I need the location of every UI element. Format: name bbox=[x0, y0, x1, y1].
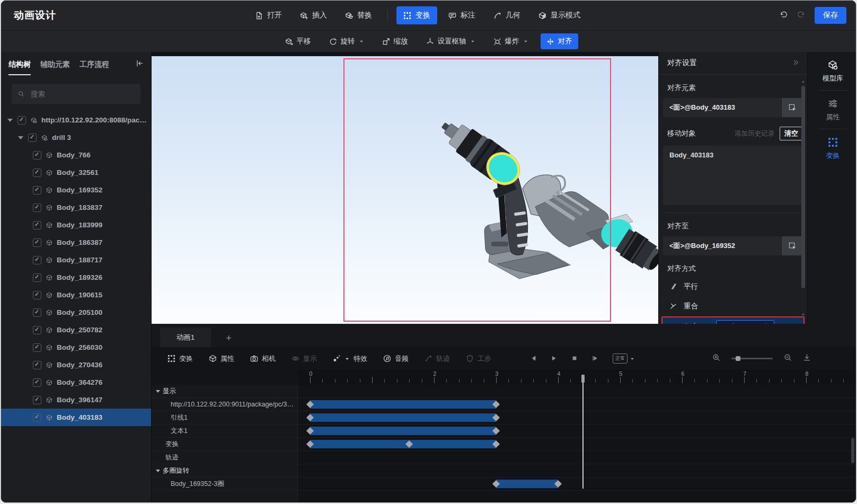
insert-button[interactable]: 插入 bbox=[293, 6, 334, 24]
tree-node[interactable]: Body_169352 bbox=[1, 181, 151, 199]
node-checkbox[interactable] bbox=[33, 378, 41, 387]
rotate-button[interactable]: 旋转 bbox=[323, 33, 370, 49]
node-checkbox[interactable] bbox=[33, 413, 41, 422]
sidebar-tab-process-flow[interactable]: 工序流程 bbox=[79, 54, 109, 75]
track-name[interactable]: 轨迹 bbox=[152, 451, 298, 464]
node-checkbox[interactable] bbox=[33, 291, 41, 299]
expand-caret-icon[interactable] bbox=[18, 136, 23, 139]
panel-scrollbar[interactable]: ▲ ▼ bbox=[801, 79, 806, 316]
rail-transform-button[interactable]: 变换 bbox=[808, 129, 856, 167]
track-name[interactable]: 文本1 bbox=[152, 425, 298, 437]
save-button[interactable]: 保存 bbox=[815, 7, 846, 24]
geometry-button[interactable]: 几何 bbox=[487, 6, 527, 24]
set-pivot-button[interactable]: 设置枢轴 bbox=[420, 33, 481, 49]
viewport-canvas[interactable]: 12V bbox=[152, 56, 658, 324]
group-caret-icon[interactable] bbox=[156, 470, 160, 472]
zoom-out-button[interactable] bbox=[784, 353, 792, 364]
track-lane[interactable] bbox=[298, 438, 856, 450]
align-to-value[interactable]: <面>@Body_169352 bbox=[663, 236, 781, 255]
tree-node[interactable]: Body_766 bbox=[1, 146, 151, 164]
scale-button[interactable]: 缩放 bbox=[376, 33, 414, 49]
tree-node[interactable]: Body_189326 bbox=[1, 269, 151, 286]
explode-button[interactable]: 爆炸 bbox=[488, 33, 534, 49]
timeline-transform-button[interactable]: 变换 bbox=[167, 354, 193, 364]
track-name[interactable]: Body_169352-3圈 bbox=[152, 478, 298, 490]
node-checkbox[interactable] bbox=[33, 273, 41, 282]
track-bar[interactable] bbox=[310, 427, 496, 435]
collapse-panel-button[interactable] bbox=[792, 59, 799, 67]
tree-node[interactable]: Body_403183 bbox=[1, 409, 151, 426]
playhead-handle[interactable] bbox=[581, 375, 585, 383]
tree-node[interactable]: Body_250782 bbox=[1, 321, 151, 339]
node-checkbox[interactable] bbox=[33, 343, 41, 352]
tree-node[interactable]: Body_32561 bbox=[1, 164, 151, 181]
track-bar[interactable] bbox=[310, 413, 496, 422]
pick-target-button[interactable] bbox=[782, 236, 803, 255]
add-animation-button[interactable]: + bbox=[226, 333, 232, 343]
node-checkbox[interactable] bbox=[33, 151, 41, 160]
annotate-button[interactable]: 标注 bbox=[441, 6, 482, 24]
expand-caret-icon[interactable] bbox=[7, 119, 13, 122]
redo-button[interactable] bbox=[797, 11, 805, 21]
tree-node[interactable]: Body_188717 bbox=[1, 251, 151, 269]
track-lane[interactable] bbox=[298, 385, 856, 397]
play-button[interactable] bbox=[551, 354, 557, 364]
playback-speed-button[interactable]: 正常 bbox=[613, 353, 635, 364]
node-checkbox[interactable] bbox=[33, 326, 41, 334]
track-name[interactable]: 多圈旋转 bbox=[152, 464, 298, 477]
add-history-button[interactable]: 添加历史记录 bbox=[735, 129, 774, 138]
export-button[interactable] bbox=[803, 353, 811, 364]
tree-node[interactable]: drill 3 bbox=[1, 129, 151, 146]
tracks-scrollbar-thumb[interactable] bbox=[851, 438, 854, 463]
pan-button[interactable]: 平移 bbox=[279, 33, 317, 49]
search-input[interactable] bbox=[30, 90, 134, 99]
timeline-effects-button[interactable]: 特效 bbox=[333, 354, 367, 364]
align-button[interactable]: 对齐 bbox=[541, 33, 578, 49]
node-checkbox[interactable] bbox=[28, 134, 37, 142]
track-lane[interactable] bbox=[298, 425, 856, 437]
tree-node[interactable]: Body_186387 bbox=[1, 234, 151, 251]
sidebar-tab-structure-tree[interactable]: 结构树 bbox=[8, 54, 31, 75]
tree-node[interactable]: Body_183999 bbox=[1, 216, 151, 234]
track-bar[interactable] bbox=[310, 440, 496, 448]
node-checkbox[interactable] bbox=[33, 169, 41, 177]
node-checkbox[interactable] bbox=[33, 361, 41, 369]
transform-button[interactable]: 变换 bbox=[396, 6, 437, 24]
node-checkbox[interactable] bbox=[33, 396, 41, 404]
stop-button[interactable] bbox=[571, 354, 578, 364]
track-lane[interactable] bbox=[298, 451, 856, 464]
tree-node[interactable]: Body_190615 bbox=[1, 286, 151, 304]
timeline-camera-button[interactable]: 相机 bbox=[250, 354, 276, 364]
pick-element-button[interactable] bbox=[782, 98, 803, 117]
node-checkbox[interactable] bbox=[33, 238, 41, 247]
track-bar[interactable] bbox=[496, 480, 558, 488]
method-coincide[interactable]: 重合 bbox=[659, 296, 807, 316]
track-name[interactable]: 变换 bbox=[152, 438, 298, 450]
tree-node[interactable]: Body_183837 bbox=[1, 199, 151, 216]
node-checkbox[interactable] bbox=[33, 221, 41, 229]
track-lane[interactable] bbox=[298, 478, 856, 490]
display-mode-button[interactable]: 显示模式 bbox=[532, 6, 587, 24]
step-forward-button[interactable] bbox=[592, 354, 598, 364]
open-button[interactable]: 打开 bbox=[248, 6, 289, 24]
track-lane[interactable] bbox=[298, 398, 856, 411]
animation-tab[interactable]: 动画1 bbox=[160, 328, 211, 347]
tree-node[interactable]: Body_205100 bbox=[1, 304, 151, 321]
tree-node[interactable]: Body_270436 bbox=[1, 356, 151, 374]
tree-node[interactable]: Body_256030 bbox=[1, 339, 151, 356]
tree-node[interactable]: Body_396147 bbox=[1, 391, 151, 409]
align-element-value[interactable]: <面>@Body_403183 bbox=[663, 98, 781, 117]
replace-button[interactable]: 替换 bbox=[338, 6, 379, 24]
group-caret-icon[interactable] bbox=[156, 390, 160, 393]
timeline-ruler[interactable]: 02345678 bbox=[298, 370, 856, 385]
timeline-zoom-slider[interactable] bbox=[731, 358, 773, 359]
node-checkbox[interactable] bbox=[33, 204, 41, 212]
track-lane[interactable] bbox=[298, 411, 856, 424]
rail-properties-button[interactable]: 属性 bbox=[808, 91, 856, 129]
slider-knob[interactable] bbox=[736, 356, 740, 361]
track-lane[interactable] bbox=[298, 464, 856, 477]
tree-node[interactable]: Body_364276 bbox=[1, 374, 151, 391]
playhead-line[interactable] bbox=[582, 383, 584, 489]
move-object-list[interactable]: Body_403183 bbox=[663, 146, 803, 205]
node-checkbox[interactable] bbox=[33, 256, 41, 264]
